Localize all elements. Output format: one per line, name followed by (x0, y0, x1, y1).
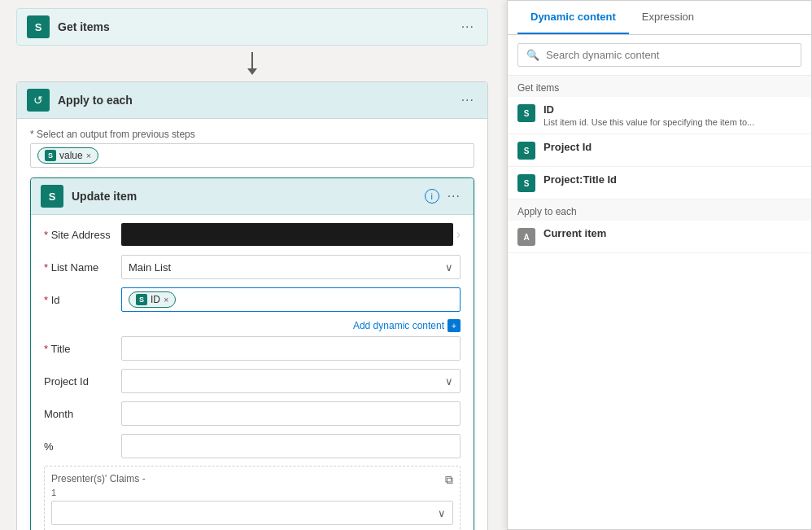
search-box: 🔍 (517, 43, 801, 67)
tab-expression[interactable]: Expression (629, 1, 707, 34)
get-items-section-label: Get items (508, 76, 811, 97)
get-items-header: S Get items ··· (17, 9, 487, 45)
list-name-chevron: ∨ (445, 261, 453, 274)
panel-item-id-content: ID List item id. Use this value for spec… (544, 103, 801, 127)
id-token-icon: S (136, 294, 147, 305)
update-item-header: S Update item i ··· (31, 178, 474, 215)
apply-each-section-label: Apply to each (508, 199, 811, 221)
percent-input[interactable] (121, 434, 461, 458)
list-name-row: * List Name Main List ∨ (44, 254, 461, 280)
add-dynamic-link[interactable]: Add dynamic content (353, 320, 444, 331)
project-id-row: Project Id ∨ (44, 368, 461, 394)
update-item-more-button[interactable]: ··· (444, 187, 464, 205)
panel-item-project-id-icon: S (517, 142, 535, 160)
token-label: value (59, 150, 83, 161)
arrow-down (247, 52, 257, 75)
presenters-label: Presenter(s)' Claims - (51, 473, 453, 484)
id-row: * Id S ID × (44, 287, 461, 313)
update-item-info-button[interactable]: i (425, 189, 439, 204)
panel-item-id-icon: S (517, 104, 535, 122)
panel-search: 🔍 (508, 35, 811, 76)
panel-item-current-item-icon: A (517, 228, 535, 246)
panel-item-project-title-id-icon: S (517, 174, 535, 192)
select-output-label: * Select an output from previous steps (30, 129, 474, 140)
value-token: S value × (37, 147, 98, 164)
presenter-select[interactable]: ∨ (51, 501, 453, 525)
panel-item-project-id-title: Project Id (544, 141, 801, 153)
id-label: * Id (44, 294, 121, 306)
arrow-head (247, 68, 257, 75)
id-token-remove[interactable]: × (164, 295, 168, 304)
update-item-title: Update item (72, 190, 425, 203)
panel-tabs: Dynamic content Expression (508, 1, 811, 35)
site-address-clear: › (456, 227, 461, 242)
month-row: Month (44, 401, 461, 427)
panel-item-id[interactable]: S ID List item id. Use this value for sp… (508, 97, 811, 134)
search-input[interactable] (546, 49, 792, 61)
project-id-label: Project Id (44, 375, 121, 388)
month-label: Month (44, 408, 121, 420)
apply-each-title: Apply to each (58, 94, 458, 107)
id-token: S ID × (129, 291, 176, 308)
panel-item-project-id[interactable]: S Project Id (508, 134, 811, 167)
panel-item-current-item-content: Current item (544, 227, 801, 239)
list-name-value: Main List (129, 261, 171, 274)
month-input[interactable] (121, 401, 461, 426)
search-icon: 🔍 (526, 49, 539, 61)
title-label: * Title (44, 343, 121, 355)
panel-item-id-desc: List item id. Use this value for specify… (544, 117, 801, 127)
get-items-card: S Get items ··· (16, 8, 488, 46)
panel-item-current-item[interactable]: A Current item (508, 221, 811, 253)
token-remove[interactable]: × (86, 151, 91, 160)
arrow-line (251, 52, 253, 68)
update-item-icon: S (41, 185, 63, 208)
panel-item-id-title: ID (544, 103, 801, 116)
flow-area: S Get items ··· ↺ Apply to each ··· * Se… (0, 0, 504, 530)
apply-each-icon: ↺ (27, 89, 50, 112)
site-address-row: * Site Address › (44, 221, 461, 247)
main-container: S Get items ··· ↺ Apply to each ··· * Se… (0, 0, 812, 530)
apply-each-more-button[interactable]: ··· (458, 91, 478, 109)
list-name-label: * List Name (44, 261, 121, 274)
list-name-select[interactable]: Main List ∨ (121, 255, 461, 279)
site-address-label: * Site Address (44, 229, 121, 241)
presenters-section: Presenter(s)' Claims - ⧉ 1 ∨ (44, 466, 461, 530)
apply-each-header: ↺ Apply to each ··· (17, 82, 487, 119)
select-output-input[interactable]: S value × (30, 143, 474, 168)
arrow-connector (16, 46, 488, 81)
id-input[interactable]: S ID × (121, 287, 461, 312)
add-dynamic-icon: + (447, 319, 461, 332)
panel-item-project-title-id[interactable]: S Project:Title Id (508, 167, 811, 199)
get-items-more-button[interactable]: ··· (458, 18, 478, 36)
project-id-chevron: ∨ (445, 375, 453, 388)
percent-label: % (44, 440, 121, 453)
project-id-select[interactable]: ∨ (121, 369, 461, 393)
token-icon: S (45, 150, 56, 161)
panel-item-current-item-title: Current item (544, 227, 801, 239)
presenters-copy-button[interactable]: ⧉ (445, 473, 453, 487)
panel-item-project-title-id-content: Project:Title Id (544, 173, 801, 186)
id-token-label: ID (151, 294, 160, 305)
panel-item-project-title-id-title: Project:Title Id (544, 173, 801, 186)
get-items-icon: S (27, 15, 50, 38)
panel-item-project-id-content: Project Id (544, 141, 801, 153)
add-dynamic-row: Add dynamic content + (44, 319, 461, 332)
tab-dynamic-content[interactable]: Dynamic content (517, 1, 629, 34)
site-address-input[interactable] (121, 223, 453, 246)
apply-each-body: * Select an output from previous steps S… (17, 119, 487, 530)
get-items-title: Get items (58, 20, 458, 33)
title-input[interactable] (121, 336, 461, 361)
presenter-item-number: 1 (51, 488, 453, 497)
dynamic-panel: Dynamic content Expression 🔍 Get items S… (507, 0, 812, 530)
title-row: * Title (44, 335, 461, 361)
apply-each-card: ↺ Apply to each ··· * Select an output f… (16, 81, 488, 530)
percent-row: % (44, 433, 461, 459)
update-item-card: S Update item i ··· * Site Address › (30, 177, 474, 530)
update-item-body: * Site Address › * List Name Main List (31, 215, 474, 530)
presenter-chevron: ∨ (438, 507, 446, 519)
